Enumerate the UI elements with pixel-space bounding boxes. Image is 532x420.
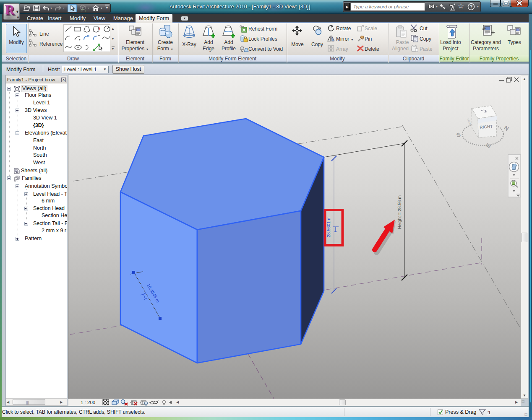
svg-text:?: ?	[470, 4, 473, 9]
svg-text:Height = 28.56 m: Height = 28.56 m	[397, 195, 402, 229]
svg-text:28.5601 m: 28.5601 m	[326, 216, 331, 237]
svg-text:RIGHT: RIGHT	[480, 124, 493, 130]
